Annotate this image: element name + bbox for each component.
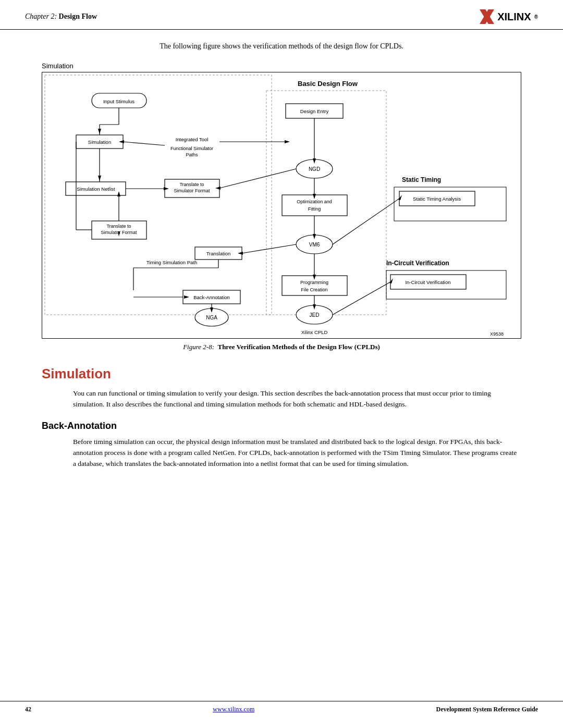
figure-caption: Figure 2-8: Three Verification Methods o… [42, 343, 521, 351]
svg-text:NGA: NGA [206, 315, 217, 320]
svg-text:NGD: NGD [309, 166, 320, 172]
page-footer: 42 www.xilinx.com Development System Ref… [0, 701, 563, 718]
svg-marker-56 [98, 176, 101, 181]
svg-text:Optimization and: Optimization and [297, 199, 332, 204]
svg-text:Static Timing: Static Timing [402, 176, 441, 183]
flow-diagram-svg: Basic Design Flow Static Timing In-Circu… [42, 72, 511, 338]
svg-text:Back-Annotation: Back-Annotation [193, 294, 230, 300]
svg-text:Functional Simulator: Functional Simulator [170, 146, 213, 151]
chapter-label: Chapter 2: Design Flow [25, 13, 97, 21]
main-content: The following figure shows the verificat… [0, 30, 563, 487]
svg-text:Simulator Format: Simulator Format [174, 188, 210, 193]
svg-text:X9538: X9538 [490, 331, 504, 337]
svg-text:In-Circuit Verification: In-Circuit Verification [386, 260, 449, 267]
back-annotation-heading: Back-Annotation [42, 421, 521, 431]
svg-text:VM6: VM6 [309, 242, 320, 248]
svg-text:Translate to: Translate to [106, 224, 131, 229]
page-number: 42 [25, 706, 31, 713]
simulation-heading: Simulation [42, 366, 521, 382]
svg-line-69 [242, 244, 296, 253]
page-header: Chapter 2: Design Flow XILINX® [0, 0, 563, 30]
svg-text:Basic Design Flow: Basic Design Flow [298, 80, 358, 88]
svg-line-65 [219, 169, 296, 188]
svg-text:Simulation Netlist: Simulation Netlist [77, 186, 115, 192]
xilinx-x-icon [480, 9, 494, 24]
svg-marker-92 [285, 140, 290, 143]
svg-text:Integrated Tool: Integrated Tool [176, 137, 209, 142]
svg-text:Xilinx CPLD: Xilinx CPLD [301, 329, 328, 335]
svg-line-59 [123, 142, 165, 145]
svg-text:Static Timing Analysis: Static Timing Analysis [413, 196, 461, 202]
svg-text:Translation: Translation [206, 251, 231, 256]
diagram-container: Simulation Basic Design Flow Static Timi… [42, 62, 521, 351]
svg-text:Timing Simulation Path: Timing Simulation Path [146, 260, 197, 265]
back-annotation-text: Before timing simulation can occur, the … [42, 437, 521, 470]
intro-text: The following figure shows the verificat… [42, 42, 521, 51]
xilinx-logo: XILINX® [480, 9, 538, 24]
svg-text:Programming: Programming [300, 280, 328, 285]
footer-website[interactable]: www.xilinx.com [213, 706, 254, 713]
svg-text:Paths: Paths [186, 152, 198, 157]
diagram-box: Basic Design Flow Static Timing In-Circu… [42, 72, 521, 339]
svg-text:In-Circuit Verification: In-Circuit Verification [405, 279, 450, 285]
svg-text:Translate to: Translate to [179, 182, 204, 187]
simulation-diagram-label: Simulation [42, 62, 521, 70]
svg-text:Simulation: Simulation [88, 139, 111, 145]
svg-text:Fitting: Fitting [308, 206, 321, 212]
simulation-text: You can run functional or timing simulat… [42, 388, 521, 410]
svg-text:Input Stimulus: Input Stimulus [103, 98, 134, 104]
svg-text:Design Entry: Design Entry [300, 108, 329, 114]
svg-marker-54 [98, 129, 101, 134]
footer-guide-title: Development System Reference Guide [436, 706, 538, 713]
svg-text:JED: JED [310, 312, 320, 318]
svg-text:File Creation: File Creation [301, 287, 327, 292]
